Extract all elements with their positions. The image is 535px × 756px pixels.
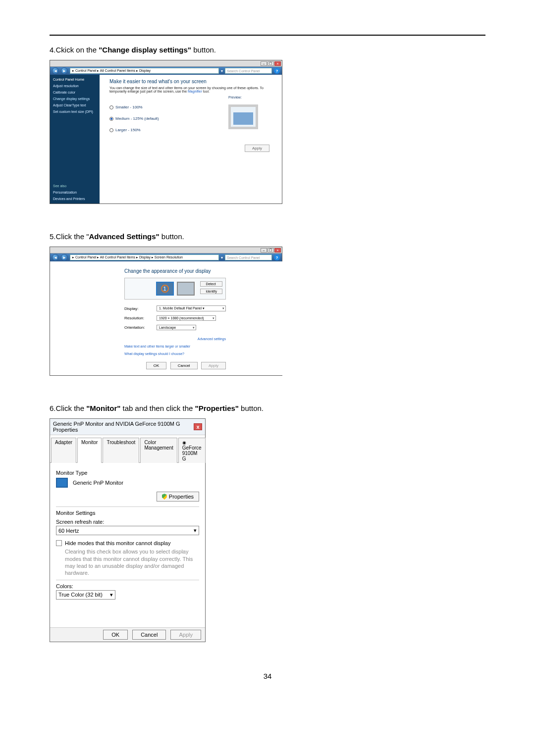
divider [56, 506, 199, 507]
main-panel: Change the appearance of your display 1 … [50, 261, 285, 375]
ok-button[interactable]: OK [146, 362, 167, 369]
highlight-circle-icon [161, 285, 169, 293]
search-input[interactable]: Search Control Panel [225, 68, 272, 74]
monitor-2-icon[interactable] [177, 282, 195, 296]
help-link[interactable]: Make text and other items larger or smal… [124, 345, 226, 348]
text: 5.Click the " [50, 232, 89, 241]
hide-modes-label: Hide modes that this monitor cannot disp… [65, 540, 170, 546]
cancel-button[interactable]: Cancel [170, 362, 198, 369]
titlebar: – ▢ × [50, 60, 282, 67]
page-number: 34 [50, 672, 485, 680]
value: True Color (32 bit) [58, 592, 103, 598]
help-link[interactable]: What display settings should I choose? [124, 352, 226, 355]
step6-instruction: 6.Click the "Monitor" tab and then click… [50, 403, 485, 413]
display-dropdown[interactable]: 1. Mobile Default Flat Panel ▾ [157, 305, 226, 311]
close-icon[interactable]: x [194, 423, 202, 430]
label: Larger - 150% [115, 128, 141, 132]
orientation-dropdown[interactable]: Landscape [157, 325, 196, 330]
sidebar-link[interactable]: Adjust ClearType text [53, 103, 97, 107]
monitor-icon [233, 112, 253, 125]
maximize-icon[interactable]: ▢ [268, 61, 274, 66]
bold: "Change display settings" [99, 46, 191, 54]
maximize-icon[interactable]: ▢ [268, 248, 274, 252]
ok-button[interactable]: OK [103, 630, 128, 640]
text: You can change the size of text and othe… [109, 86, 264, 93]
apply-button[interactable]: Apply [201, 362, 226, 369]
display-window: – ▢ × ◄ ► ▸ Control Panel ▸ All Control … [50, 60, 282, 204]
sidebar-link[interactable]: Adjust resolution [53, 84, 97, 88]
display-form: Display:1. Mobile Default Flat Panel ▾ R… [124, 305, 226, 334]
monitor-type-label: Monitor Type [56, 470, 199, 476]
help-icon[interactable]: ? [274, 254, 280, 260]
magnifier-link[interactable]: Magnifier [188, 90, 202, 93]
monitor-icon [56, 478, 68, 488]
breadcrumb[interactable]: ▸ Control Panel ▸ All Control Panel Item… [70, 254, 219, 260]
hide-modes-checkbox-row[interactable]: Hide modes that this monitor cannot disp… [56, 540, 199, 546]
monitor-1-icon[interactable]: 1 [156, 282, 174, 296]
tab-adapter[interactable]: Adapter [51, 438, 76, 463]
main-panel: Make it easier to read what's on your sc… [100, 75, 282, 203]
minimize-icon[interactable]: – [261, 61, 267, 66]
window-body: Control Panel Home Adjust resolution Cal… [50, 75, 282, 203]
label: GeForce 9100M G [182, 445, 202, 461]
tab-geforce[interactable]: ◉GeForce 9100M G [178, 438, 206, 463]
bold: "Properties" [195, 404, 239, 412]
refresh-rate-dropdown[interactable]: 60 Hertz▾ [56, 526, 199, 535]
close-icon[interactable]: × [274, 61, 281, 66]
forward-icon[interactable]: ► [61, 67, 68, 74]
search-input[interactable]: Search Control Panel [225, 254, 272, 260]
minimize-icon[interactable]: – [261, 248, 267, 252]
window-controls: – ▢ × [261, 248, 281, 252]
bold: "Monitor" [86, 404, 120, 412]
back-icon[interactable]: ◄ [52, 67, 59, 74]
close-icon[interactable]: × [274, 248, 281, 252]
breadcrumb[interactable]: ▸ Control Panel ▸ All Control Panel Item… [70, 68, 219, 74]
bold: Advanced Settings" [89, 232, 160, 241]
dialog-button-bar: OK Cancel Apply [50, 627, 205, 642]
panel-heading: Make it easier to read what's on your sc… [109, 79, 272, 84]
cancel-button[interactable]: Cancel [132, 630, 166, 640]
back-icon[interactable]: ◄ [52, 254, 59, 261]
step5-instruction: 5.Click the "Advanced Settings" button. [50, 231, 485, 242]
colors-label: Colors: [56, 583, 199, 589]
sidebar-link-change-display[interactable]: Change display settings [53, 97, 97, 101]
divider [56, 580, 199, 580]
apply-button[interactable]: Apply [245, 145, 269, 152]
sidebar-link[interactable]: Personalization [53, 191, 97, 194]
tab-monitor[interactable]: Monitor [77, 438, 102, 463]
text: button. [239, 404, 264, 412]
text: tool. [202, 90, 210, 93]
label: Properties [169, 494, 194, 500]
control-panel-home-link[interactable]: Control Panel Home [53, 78, 97, 81]
dialog-title: Generic PnP Monitor and NVIDIA GeForce 9… [53, 421, 194, 433]
properties-button[interactable]: Properties [157, 492, 199, 502]
refresh-rate-label: Screen refresh rate: [56, 519, 199, 525]
advanced-settings-link[interactable]: Advanced settings [124, 337, 226, 341]
tab-color-management[interactable]: Color Management [140, 438, 177, 463]
monitor-preview: 1 Detect Identify [124, 278, 226, 300]
hide-modes-desc: Clearing this check box allows you to se… [65, 548, 199, 576]
shield-icon [162, 494, 167, 500]
sidebar-link[interactable]: Set custom text size (DPI) [53, 110, 97, 113]
display-label: Display: [124, 306, 152, 311]
orientation-label: Orientation: [124, 325, 152, 330]
preview-thumbnail [228, 104, 258, 129]
colors-dropdown[interactable]: True Color (32 bit)▾ [56, 590, 115, 600]
radio-icon [109, 105, 113, 109]
dialog-body: Monitor Type Generic PnP Monitor Propert… [50, 463, 205, 627]
help-icon[interactable]: ? [274, 68, 280, 74]
forward-icon[interactable]: ► [61, 254, 68, 261]
chevron-down-icon: ▾ [110, 592, 113, 598]
value: 60 Hertz [58, 528, 79, 534]
identify-button[interactable]: Identify [200, 289, 222, 294]
window-controls: – ▢ × [261, 61, 281, 66]
detect-button[interactable]: Detect [200, 281, 222, 287]
see-also-label: See also [53, 184, 97, 188]
chevron-down-icon: ▾ [194, 527, 197, 534]
tab-troubleshoot[interactable]: Troubleshoot [103, 438, 139, 463]
apply-button[interactable]: Apply [170, 630, 201, 640]
checkbox-icon [56, 540, 62, 546]
resolution-dropdown[interactable]: 1920 × 1080 (recommended) [157, 315, 216, 321]
sidebar-link[interactable]: Calibrate color [53, 91, 97, 94]
sidebar-link[interactable]: Devices and Printers [53, 197, 97, 201]
